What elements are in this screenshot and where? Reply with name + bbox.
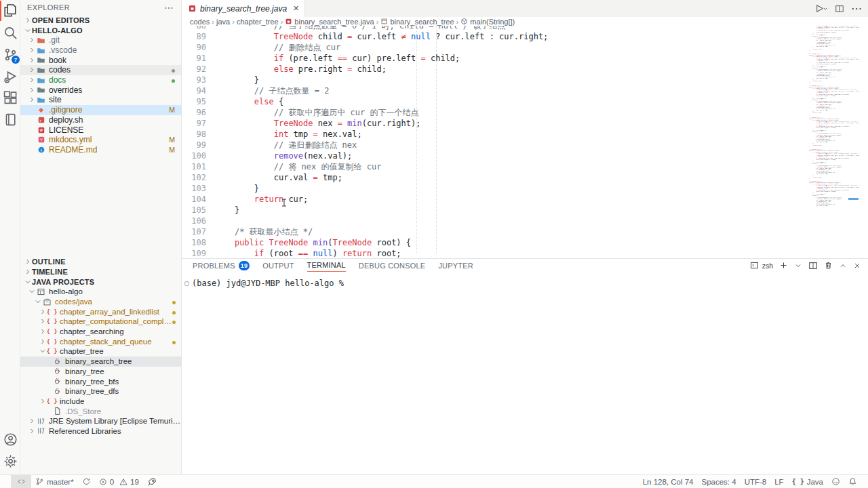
- run-button[interactable]: [814, 3, 828, 14]
- line-number: 107: [182, 226, 206, 237]
- close-tab-icon[interactable]: ✕: [293, 4, 299, 13]
- tree-item-site[interactable]: site: [20, 95, 181, 105]
- tree-item-binary_tree_bfs[interactable]: binary_tree_bfs: [20, 376, 182, 386]
- explorer-header: EXPLORER ⋯: [20, 0, 181, 15]
- chevron-right-icon: [38, 338, 47, 346]
- tree-item-codes-java[interactable]: codes/java: [20, 297, 182, 307]
- java-lightweight-mode-rocket-icon[interactable]: [143, 475, 161, 488]
- tree-item-binary_tree_dfs[interactable]: binary_tree_dfs: [20, 386, 182, 396]
- tree-item-chapter_searching[interactable]: { }chapter_searching: [20, 327, 182, 337]
- terminal-dropdown-icon[interactable]: [794, 262, 802, 270]
- activity-settings-icon[interactable]: [0, 450, 20, 472]
- activity-extensions-icon[interactable]: [0, 87, 20, 108]
- file-icon: [52, 407, 62, 415]
- new-terminal-icon[interactable]: [779, 261, 788, 270]
- sync-button[interactable]: [78, 475, 95, 488]
- code-line-text: return cur;: [206, 194, 308, 205]
- section-timeline[interactable]: TIMELINE: [20, 266, 182, 277]
- remote-indicator[interactable]: [11, 475, 31, 488]
- chevron-right-icon: [27, 46, 36, 54]
- feedback-smiley-icon[interactable]: [827, 475, 844, 488]
- code-line-text: TreeNode child = cur.left ≠ null ? cur.l…: [206, 31, 548, 42]
- language-mode-status[interactable]: { } Java: [788, 475, 827, 488]
- tree-item-.vscode[interactable]: .vscode: [20, 45, 181, 56]
- breadcrumb-item[interactable]: binary_search_tree: [380, 18, 454, 26]
- tree-item-docs[interactable]: docs: [20, 75, 181, 85]
- breadcrumb-item[interactable]: binary_search_tree.java: [285, 18, 374, 26]
- breadcrumb-item[interactable]: main(String[]): [460, 18, 515, 26]
- activity-source-control-icon[interactable]: 7: [0, 43, 20, 65]
- code-editor[interactable]: 88 // 当子结点数量 = 0 / 1 时, child = null / 该…: [182, 26, 868, 258]
- activity-account-icon[interactable]: [0, 428, 20, 450]
- tree-item-chapter_stack_and_queue[interactable]: { }chapter_stack_and_queue: [20, 336, 182, 346]
- folder-icon: [36, 96, 46, 104]
- panel-tab-terminal[interactable]: TERMINAL: [307, 259, 346, 272]
- tree-item-README.md[interactable]: README.mdM: [20, 145, 181, 155]
- section-root-folder[interactable]: HELLO-ALGO: [20, 25, 181, 35]
- tree-item-deploy.sh[interactable]: deploy.sh: [20, 115, 181, 125]
- more-actions-icon[interactable]: ⋯: [164, 2, 174, 13]
- tree-item-chapter_computational_complexity[interactable]: { }chapter_computational_complexity: [20, 317, 182, 327]
- breadcrumb-item[interactable]: codes: [190, 18, 210, 26]
- panel-tab-jupyter[interactable]: JUPYTER: [438, 259, 473, 272]
- code-line-text: cur.val = tmp;: [206, 172, 342, 183]
- panel-tab-output[interactable]: OUTPUT: [262, 259, 294, 272]
- breadcrumb-item[interactable]: chapter_tree: [237, 18, 279, 26]
- tree-item-label: site: [49, 95, 62, 104]
- indentation-status[interactable]: Spaces: 4: [697, 475, 740, 488]
- tree-item-binary_tree[interactable]: binary_tree: [20, 367, 182, 377]
- problems-status[interactable]: 0 19: [95, 475, 143, 488]
- tree-item-LICENSE[interactable]: LICENSE: [20, 125, 181, 135]
- breadcrumb-separator: ›: [456, 18, 459, 26]
- section-open-editors[interactable]: OPEN EDITORS: [20, 15, 181, 25]
- chevron-right-icon: [27, 417, 36, 425]
- code-line-text: }: [206, 183, 259, 194]
- tree-item-chapter_tree[interactable]: { }chapter_tree: [20, 346, 182, 357]
- maximize-panel-icon[interactable]: [839, 262, 847, 270]
- panel-tab-problems[interactable]: PROBLEMS19: [193, 259, 250, 272]
- tree-item-label: codes: [49, 65, 71, 75]
- tree-item-JRE-System-Library-Eclipse-Temurin-17-17....[interactable]: JRE System Library [Eclipse Temurin 17 […: [20, 416, 182, 426]
- activity-run-debug-icon[interactable]: [0, 65, 20, 87]
- terminal[interactable]: (base) jyd@JYD-MBP hello-algo %: [182, 272, 868, 288]
- kill-terminal-icon[interactable]: [824, 261, 833, 270]
- cursor-position-status[interactable]: Ln 128, Col 74: [639, 475, 698, 488]
- breadcrumb-label: binary_search_tree: [390, 18, 454, 26]
- close-panel-icon[interactable]: [853, 262, 861, 270]
- code-line-text: [206, 216, 215, 226]
- tree-item-.gitignore[interactable]: .gitignoreM: [20, 105, 181, 115]
- terminal-profile-icon[interactable]: [750, 261, 759, 270]
- tree-item-include[interactable]: { }include: [20, 396, 182, 407]
- breadcrumb: codes›java›chapter_tree›binary_search_tr…: [182, 17, 868, 26]
- tree-item-overrides[interactable]: overrides: [20, 85, 181, 95]
- tree-item-book[interactable]: book: [20, 55, 181, 65]
- tree-item-binary_search_tree[interactable]: binary_search_tree: [20, 357, 182, 367]
- chevron-right-icon: [27, 36, 36, 44]
- encoding-status[interactable]: UTF-8: [741, 475, 771, 488]
- eol-status[interactable]: LF: [770, 475, 787, 488]
- minimap[interactable]: // 当子结点数量 = 0 / 1 时, child = null / 该子结点…: [806, 26, 860, 207]
- split-terminal-icon[interactable]: [808, 261, 818, 270]
- tree-item-.git[interactable]: .git: [20, 35, 181, 45]
- tree-item-Referenced-Libraries[interactable]: Referenced Libraries: [20, 426, 182, 436]
- split-editor-icon[interactable]: [835, 4, 844, 14]
- tab-binary-search-tree[interactable]: binary_search_tree.java ✕: [182, 0, 305, 17]
- activity-notebook-icon[interactable]: [0, 108, 20, 130]
- code-line-text: }: [206, 75, 259, 85]
- notifications-bell-icon[interactable]: [844, 475, 861, 488]
- tree-item-codes[interactable]: codes: [20, 65, 181, 75]
- tree-item-mkdocs.yml[interactable]: mkdocs.ymlM: [20, 135, 181, 145]
- branch-status[interactable]: master*: [31, 475, 78, 488]
- panel-tab-debug-console[interactable]: DEBUG CONSOLE: [359, 259, 426, 272]
- activity-search-icon[interactable]: [0, 22, 20, 43]
- tree-item-.DS_Store[interactable]: .DS_Store: [20, 406, 182, 416]
- section-outline[interactable]: OUTLINE: [20, 256, 182, 266]
- activity-explorer-icon[interactable]: [0, 0, 20, 22]
- panel-tab-label: TERMINAL: [307, 261, 346, 269]
- more-actions-icon[interactable]: ⋯: [851, 2, 863, 15]
- breadcrumb-item[interactable]: java: [216, 18, 230, 26]
- tree-item-hello-algo[interactable]: hello-algo: [20, 287, 182, 297]
- tree-item-chapter_array_and_linkedlist[interactable]: { }chapter_array_and_linkedlist: [20, 306, 182, 317]
- folder-icon: [36, 46, 46, 55]
- section-java-projects[interactable]: JAVA PROJECTS: [20, 277, 182, 287]
